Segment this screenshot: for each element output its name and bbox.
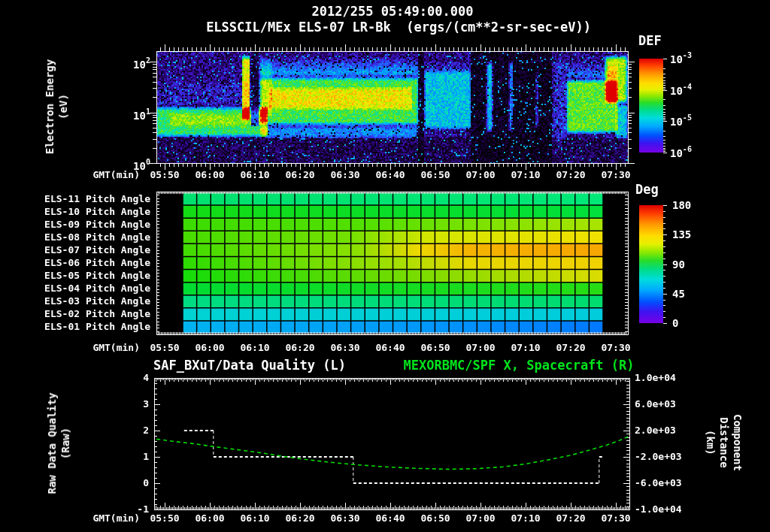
els-row-label: ELS-09 Pitch Angle	[44, 219, 150, 231]
x-axis-label-1: GMT(min)	[92, 342, 140, 354]
colorbar-tick-label: 10-3	[670, 50, 692, 66]
x-tick-label: 06:40	[375, 169, 405, 181]
x-tick-label: 06:00	[195, 169, 224, 181]
y-tick-label: -1.0e+04	[635, 503, 682, 515]
x-tick-label: 06:10	[240, 342, 269, 354]
y-tick-label: 6.0e+03	[635, 398, 676, 410]
els-row-label: ELS-05 Pitch Angle	[44, 270, 150, 282]
colorbar-tick-label: 10-5	[670, 112, 692, 128]
y-tick-label: 4	[143, 372, 149, 384]
y-tick-label: -2.0e+03	[635, 451, 682, 463]
bottom-left-title: SAF_BXuT/Data Quality (L)	[153, 358, 346, 373]
x-tick-label: 07:20	[556, 342, 585, 354]
x-tick-label: 05:50	[150, 342, 179, 354]
colorbar-tick-label: 135	[672, 228, 691, 241]
x-tick-label: 07:10	[511, 169, 540, 181]
x-tick-label: 07:20	[556, 169, 585, 181]
els-row-label: ELS-07 Pitch Angle	[44, 244, 150, 256]
y-tick-label: 0	[143, 477, 149, 489]
y-tick-label: 100	[133, 156, 150, 173]
y-tick-label: -6.0e+03	[635, 477, 682, 489]
cdaweb-plot-screen: 2012/255 05:49:00.000 ELSSCIL/MEx ELS-07…	[0, 0, 770, 532]
els-row-label: ELS-08 Pitch Angle	[44, 231, 150, 243]
plot-datetime: 2012/255 05:49:00.000	[312, 4, 474, 19]
y-tick-label: -1	[137, 503, 149, 515]
bottom-right-title: MEXORBMC/SPF X, Spacecraft (R)	[403, 358, 634, 373]
y-tick-label: 2	[143, 425, 149, 437]
x-tick-label: 06:10	[240, 512, 269, 524]
x-tick-label: 06:50	[420, 169, 450, 181]
y-tick-label: 1	[143, 451, 149, 463]
x-tick-label: 05:50	[150, 169, 179, 181]
colorbar-tick-label: 10-4	[670, 81, 692, 98]
x-tick-label: 07:10	[511, 342, 540, 354]
x-tick-label: 06:50	[420, 512, 450, 524]
x-tick-label: 06:40	[375, 512, 405, 524]
x-tick-label: 07:10	[511, 512, 540, 524]
els-row-label: ELS-01 Pitch Angle	[44, 321, 150, 333]
x-tick-label: 07:30	[601, 342, 630, 354]
x-tick-label: 06:20	[285, 169, 314, 181]
x-tick-label: 05:50	[150, 512, 179, 524]
colorbar-tick-label: 180	[672, 199, 691, 212]
colorbar-tick-label: 0	[672, 317, 678, 330]
x-tick-label: 07:00	[465, 512, 495, 524]
x-tick-label: 07:30	[601, 169, 630, 181]
x-tick-label: 06:30	[330, 169, 359, 181]
top-colorbar-label: DEF	[638, 33, 662, 48]
x-tick-label: 06:50	[420, 342, 450, 354]
bottom-right-y-axis-label: Component Distance (km)	[704, 414, 744, 471]
x-tick-label: 07:30	[601, 512, 630, 524]
x-axis-label-2: GMT(min)	[92, 512, 140, 524]
x-tick-label: 07:20	[556, 512, 585, 524]
y-tick-label: 101	[133, 106, 150, 122]
x-tick-label: 07:00	[465, 169, 495, 181]
els-row-label: ELS-06 Pitch Angle	[44, 257, 150, 269]
bottom-left-y-axis-label: Raw Data Quality (Raw)	[45, 393, 72, 494]
x-tick-label: 06:30	[330, 512, 359, 524]
x-tick-label: 06:20	[285, 512, 314, 524]
x-tick-label: 06:10	[240, 169, 269, 181]
top-y-axis-label: Electron Energy (eV)	[43, 59, 70, 154]
els-row-label: ELS-02 Pitch Angle	[44, 308, 150, 320]
mid-colorbar-label: Deg	[635, 182, 659, 197]
x-tick-label: 06:30	[330, 342, 359, 354]
colorbar-tick-label: 10-6	[670, 144, 692, 160]
y-tick-label: 102	[133, 55, 150, 71]
els-row-label: ELS-11 Pitch Angle	[44, 193, 150, 205]
els-row-label: ELS-10 Pitch Angle	[44, 206, 150, 218]
plot-title: ELSSCIL/MEx ELS-07 LR-Bk (ergs/(cm**2-sr…	[206, 20, 591, 35]
y-tick-label: 2.0e+03	[635, 425, 676, 437]
y-tick-label: 1.0e+04	[635, 372, 676, 384]
x-tick-label: 06:00	[195, 342, 224, 354]
colorbar-tick-label: 90	[672, 258, 685, 271]
x-tick-label: 07:00	[465, 342, 495, 354]
colorbar-tick-label: 45	[672, 288, 685, 301]
y-tick-label: 3	[143, 398, 149, 410]
x-tick-label: 06:40	[375, 342, 405, 354]
els-row-label: ELS-04 Pitch Angle	[44, 283, 150, 295]
els-row-label: ELS-03 Pitch Angle	[44, 295, 150, 307]
x-tick-label: 06:20	[285, 342, 314, 354]
x-tick-label: 06:00	[195, 512, 224, 524]
